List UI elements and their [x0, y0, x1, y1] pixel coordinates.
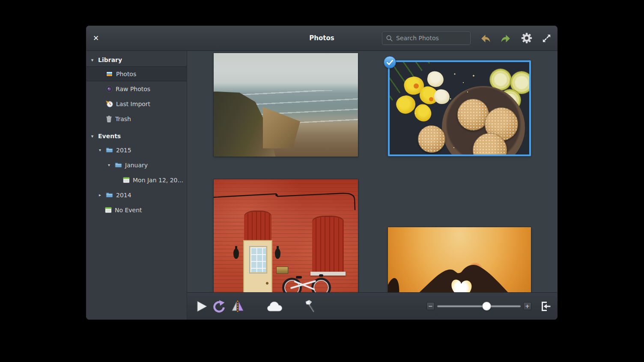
expander-icon[interactable]: ▾	[89, 134, 95, 139]
fullscreen-icon	[542, 33, 552, 43]
sidebar-section-events[interactable]: ▾ Events	[86, 130, 187, 142]
flip-icon	[231, 300, 244, 313]
photo-thumbnail-red-brick-wall[interactable]	[214, 179, 358, 292]
window-sill-art	[310, 272, 346, 276]
door-header-panel-art	[244, 212, 271, 241]
expander-icon[interactable]: ▾	[106, 163, 112, 167]
bicycle-handlebar-art	[319, 274, 323, 277]
sidebar-item-label: Trash	[115, 116, 131, 122]
photo-thumbnail-daffodils-cookies-selected[interactable]	[388, 60, 531, 156]
photo-thumbnail-coastal-beach[interactable]	[214, 53, 358, 157]
zoom-slider-track[interactable]	[437, 305, 521, 307]
photos-icon	[106, 71, 113, 77]
rotate-icon	[213, 300, 226, 313]
sidebar-toggle-icon	[540, 301, 552, 312]
undo-button[interactable]	[480, 33, 491, 44]
trash-icon	[106, 116, 112, 122]
sidebar-item-label: 2015	[116, 147, 131, 154]
search-icon	[386, 35, 393, 42]
photos-app-window: ✕ Photos	[86, 26, 558, 320]
section-label: Events	[98, 133, 121, 139]
sidebar-item-label: Photos	[116, 71, 136, 77]
expander-icon[interactable]: ▸	[97, 193, 103, 197]
flip-button[interactable]	[231, 300, 244, 313]
undo-icon	[480, 33, 491, 44]
sidebar-item-raw-photos[interactable]: Raw Photos	[86, 81, 187, 96]
camera-lens-icon	[106, 86, 113, 92]
lantern-art	[233, 249, 239, 259]
last-import-icon	[106, 101, 113, 107]
close-icon: ✕	[93, 34, 99, 42]
folder-icon	[115, 162, 122, 168]
redo-icon	[500, 33, 512, 44]
play-icon	[195, 300, 208, 313]
expander-icon[interactable]: ▾	[89, 57, 95, 63]
sidebar-item-photos[interactable]: Photos	[86, 66, 187, 81]
header-controls	[382, 26, 552, 50]
search-field[interactable]	[382, 32, 471, 45]
mailbox-art	[276, 267, 288, 274]
zoom-in-button[interactable]: +	[523, 302, 531, 310]
bicycle-seat-art	[296, 276, 302, 279]
enhance-button[interactable]	[304, 299, 318, 314]
slideshow-button[interactable]	[195, 300, 208, 313]
door-window-art	[250, 246, 267, 273]
sidebar-item-label: 2014	[116, 192, 131, 199]
door-knob-art	[266, 282, 268, 285]
event-icon	[123, 177, 130, 183]
publish-button[interactable]	[267, 300, 283, 312]
check-icon	[387, 60, 393, 65]
enhance-tool-icon	[304, 299, 318, 314]
folder-icon	[106, 147, 113, 153]
fullscreen-button[interactable]	[542, 33, 552, 43]
section-label: Library	[98, 56, 122, 63]
sidebar: ▾ Library Photos Raw Photos Last Imp	[86, 51, 187, 320]
search-input[interactable]	[396, 35, 467, 42]
photo-grid	[187, 51, 558, 292]
photo-art	[390, 62, 529, 154]
window-title: Photos	[309, 34, 334, 42]
sidebar-item-label: No Event	[115, 207, 142, 214]
zoom-control-group: − +	[426, 301, 552, 312]
sidebar-item-january[interactable]: ▾ January	[86, 157, 187, 172]
sidebar-item-label: Mon Jan 12, 20...	[133, 177, 183, 184]
sidebar-item-label: January	[125, 162, 148, 169]
sidebar-item-event-day[interactable]: Mon Jan 12, 20...	[86, 172, 187, 187]
sidebar-item-label: Raw Photos	[116, 86, 150, 92]
door-art	[243, 240, 272, 292]
sidebar-item-2014[interactable]: ▸ 2014	[86, 187, 187, 202]
folder-icon	[106, 192, 113, 198]
zoom-slider-handle[interactable]	[482, 302, 491, 311]
plus-icon: +	[525, 303, 530, 309]
sidebar-item-no-event[interactable]: No Event	[86, 202, 187, 217]
toggle-sidebar-button[interactable]	[540, 301, 552, 312]
redo-button[interactable]	[500, 33, 512, 44]
power-wire-art	[214, 190, 358, 211]
minus-icon: −	[428, 303, 433, 309]
sidebar-item-trash[interactable]: Trash	[86, 111, 187, 126]
sidebar-item-last-import[interactable]: Last Import	[86, 96, 187, 111]
header-bar: ✕ Photos	[86, 26, 558, 51]
cloud-icon	[267, 300, 283, 312]
sidebar-section-library[interactable]: ▾ Library	[86, 53, 187, 66]
gear-icon	[521, 32, 533, 44]
bottom-toolbar: − +	[187, 292, 558, 320]
event-icon	[105, 207, 112, 213]
close-button[interactable]: ✕	[93, 35, 99, 42]
crumbs-art	[390, 62, 529, 154]
lantern-art	[275, 249, 280, 259]
heart-hands-silhouette-art	[388, 227, 531, 292]
zoom-slider[interactable]	[437, 302, 521, 311]
settings-button[interactable]	[521, 32, 533, 44]
expander-icon[interactable]: ▾	[97, 148, 103, 152]
rotate-button[interactable]	[213, 300, 226, 313]
zoom-out-button[interactable]: −	[426, 302, 435, 310]
photo-thumbnail-heart-hands-sunset[interactable]	[388, 227, 531, 292]
sidebar-item-label: Last Import	[116, 101, 150, 107]
boarded-window-art	[312, 217, 344, 273]
selected-check-badge[interactable]	[384, 56, 396, 68]
sidebar-item-2015[interactable]: ▾ 2015	[86, 142, 187, 157]
